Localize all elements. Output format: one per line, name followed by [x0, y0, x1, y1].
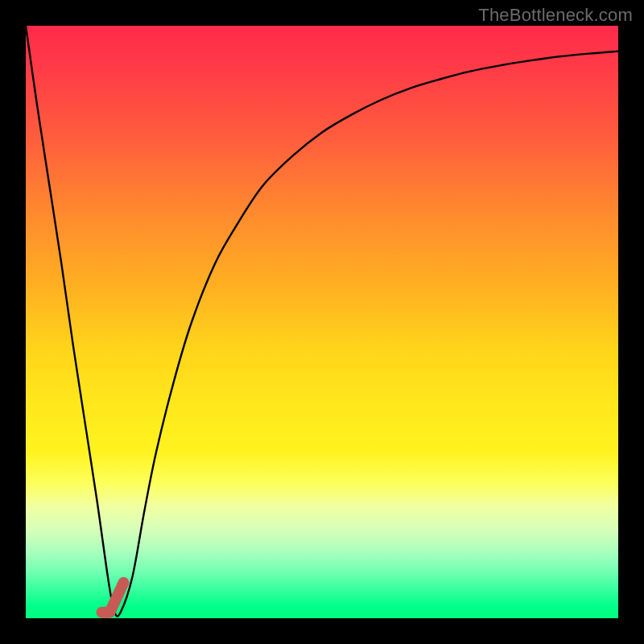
chart-frame: TheBottleneck.com [0, 0, 644, 644]
bottleneck-curve [26, 26, 618, 617]
chart-svg [26, 26, 618, 618]
chart-plot-area [26, 26, 618, 618]
attribution-label: TheBottleneck.com [478, 5, 633, 26]
bottleneck-minimum-marker [102, 583, 124, 613]
